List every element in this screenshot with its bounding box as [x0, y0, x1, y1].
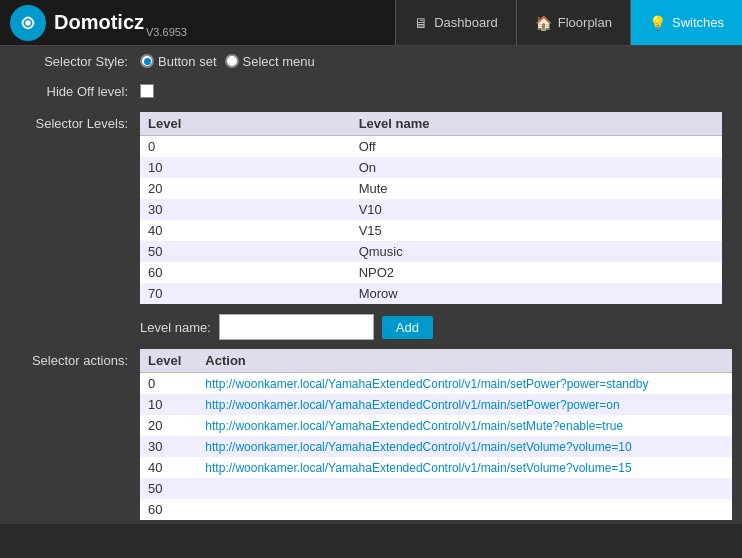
header: Domoticz V3.6953 🖥Dashboard🏠Floorplan💡Sw…	[0, 0, 742, 46]
action-table-row: 0http://woonkamer.local/YamahaExtendedCo…	[140, 373, 732, 395]
actions-table-wrap: Level Action 0http://woonkamer.local/Yam…	[140, 349, 732, 520]
action-empty-cell	[197, 499, 732, 520]
action-link-cell[interactable]: http://woonkamer.local/YamahaExtendedCon…	[197, 415, 732, 436]
levels-table-row: 60NPO2	[140, 262, 722, 283]
level-name-cell: Off	[351, 136, 722, 158]
hide-off-controls	[140, 84, 732, 98]
hide-off-row: Hide Off level:	[0, 76, 742, 106]
levels-table-row: 30V10	[140, 199, 722, 220]
action-table-row: 40http://woonkamer.local/YamahaExtendedC…	[140, 457, 732, 478]
action-table-row: 30http://woonkamer.local/YamahaExtendedC…	[140, 436, 732, 457]
action-table-row: 50	[140, 478, 732, 499]
level-cell: 60	[140, 262, 351, 283]
button-set-option[interactable]: Button set	[140, 54, 217, 69]
action-link[interactable]: http://woonkamer.local/YamahaExtendedCon…	[205, 419, 623, 433]
levels-table-container: Level Level name 0Off10On20Mute30V1040V1…	[140, 112, 722, 304]
action-empty-cell	[197, 478, 732, 499]
dashboard-tab-label: Dashboard	[434, 15, 498, 30]
logo-icon	[10, 5, 46, 41]
nav-tabs: 🖥Dashboard🏠Floorplan💡Switches	[395, 0, 742, 45]
button-set-radio[interactable]	[140, 54, 154, 68]
action-link-cell[interactable]: http://woonkamer.local/YamahaExtendedCon…	[197, 373, 732, 395]
level-cell: 70	[140, 283, 351, 304]
app-version: V3.6953	[146, 26, 187, 38]
action-table-row: 10http://woonkamer.local/YamahaExtendedC…	[140, 394, 732, 415]
level-name-cell: V10	[351, 199, 722, 220]
button-set-label: Button set	[158, 54, 217, 69]
floorplan-tab[interactable]: 🏠Floorplan	[516, 0, 630, 45]
logo-area: Domoticz V3.6953	[0, 5, 395, 41]
levels-table-row: 20Mute	[140, 178, 722, 199]
level-name-col-header: Level name	[351, 112, 722, 136]
selector-style-label: Selector Style:	[10, 54, 140, 69]
level-cell: 40	[140, 220, 351, 241]
action-link[interactable]: http://woonkamer.local/YamahaExtendedCon…	[205, 440, 631, 454]
action-link-cell[interactable]: http://woonkamer.local/YamahaExtendedCon…	[197, 457, 732, 478]
level-name-cell: On	[351, 157, 722, 178]
switches-tab[interactable]: 💡Switches	[630, 0, 742, 45]
select-menu-radio[interactable]	[225, 54, 239, 68]
hide-off-label: Hide Off level:	[10, 84, 140, 99]
levels-table-row: 50Qmusic	[140, 241, 722, 262]
action-level-cell: 0	[140, 373, 197, 395]
svg-point-1	[25, 20, 31, 26]
level-name-label: Level name:	[140, 320, 211, 335]
level-cell: 50	[140, 241, 351, 262]
action-level-cell: 40	[140, 457, 197, 478]
level-name-input[interactable]	[219, 314, 374, 340]
selector-levels-label: Selector Levels:	[10, 112, 140, 131]
action-link[interactable]: http://woonkamer.local/YamahaExtendedCon…	[205, 398, 619, 412]
add-button[interactable]: Add	[382, 316, 433, 339]
hide-off-checkbox[interactable]	[140, 84, 154, 98]
levels-table: Level Level name 0Off10On20Mute30V1040V1…	[140, 112, 722, 304]
select-menu-option[interactable]: Select menu	[225, 54, 315, 69]
level-name-cell: Mute	[351, 178, 722, 199]
action-level-cell: 20	[140, 415, 197, 436]
action-table-row: 20http://woonkamer.local/YamahaExtendedC…	[140, 415, 732, 436]
switches-tab-label: Switches	[672, 15, 724, 30]
actions-table: Level Action 0http://woonkamer.local/Yam…	[140, 349, 732, 520]
dashboard-tab[interactable]: 🖥Dashboard	[395, 0, 516, 45]
action-link[interactable]: http://woonkamer.local/YamahaExtendedCon…	[205, 377, 648, 391]
levels-table-row: 40V15	[140, 220, 722, 241]
levels-table-row: 0Off	[140, 136, 722, 158]
selector-levels-row: Selector Levels: Level Level name 0Off10…	[0, 106, 742, 309]
level-cell: 10	[140, 157, 351, 178]
action-level-cell: 10	[140, 394, 197, 415]
floorplan-tab-label: Floorplan	[558, 15, 612, 30]
level-cell: 20	[140, 178, 351, 199]
action-link-cell[interactable]: http://woonkamer.local/YamahaExtendedCon…	[197, 394, 732, 415]
dashboard-tab-icon: 🖥	[414, 15, 428, 31]
level-cell: 0	[140, 136, 351, 158]
action-table-row: 60	[140, 499, 732, 520]
selector-style-controls: Button set Select menu	[140, 54, 732, 69]
actions-row: Selector actions: Level Action 0http://w…	[0, 345, 742, 524]
level-col-header: Level	[140, 112, 351, 136]
action-action-header: Action	[197, 349, 732, 373]
level-name-cell: Morow	[351, 283, 722, 304]
levels-table-row: 10On	[140, 157, 722, 178]
select-menu-label: Select menu	[243, 54, 315, 69]
level-name-controls: Level name: Add	[140, 314, 433, 340]
level-name-cell: V15	[351, 220, 722, 241]
selector-levels-content: Level Level name 0Off10On20Mute30V1040V1…	[140, 112, 732, 304]
app-title: Domoticz	[54, 11, 144, 34]
action-link-cell[interactable]: http://woonkamer.local/YamahaExtendedCon…	[197, 436, 732, 457]
main-content: Selector Style: Button set Select menu H…	[0, 46, 742, 524]
level-name-cell: Qmusic	[351, 241, 722, 262]
selector-actions-label: Selector actions:	[10, 349, 140, 368]
action-level-cell: 60	[140, 499, 197, 520]
action-level-header: Level	[140, 349, 197, 373]
action-link[interactable]: http://woonkamer.local/YamahaExtendedCon…	[205, 461, 631, 475]
levels-table-row: 70Morow	[140, 283, 722, 304]
selector-style-row: Selector Style: Button set Select menu	[0, 46, 742, 76]
action-level-cell: 50	[140, 478, 197, 499]
level-name-cell: NPO2	[351, 262, 722, 283]
level-name-row: Level name: Add	[0, 309, 742, 345]
action-level-cell: 30	[140, 436, 197, 457]
level-cell: 30	[140, 199, 351, 220]
switches-tab-icon: 💡	[649, 15, 666, 31]
floorplan-tab-icon: 🏠	[535, 15, 552, 31]
